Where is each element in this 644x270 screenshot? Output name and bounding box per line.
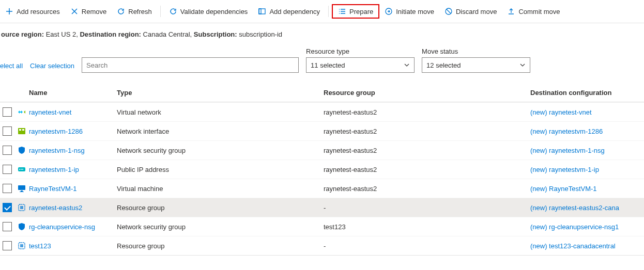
resource-type-icon — [14, 165, 29, 174]
svg-rect-6 — [22, 129, 24, 131]
resource-type-icon — [14, 241, 29, 250]
resource-type-value: Resource group — [117, 204, 324, 212]
arrow-right-circle-icon — [385, 7, 393, 15]
initiate-label: Initiate move — [396, 8, 434, 15]
destination-link[interactable]: (new) raynetestvm-1-ip — [530, 166, 644, 173]
resource-name-link[interactable]: raynetestvm-1-ip — [29, 166, 117, 173]
resource-type-value: Public IP address — [117, 166, 324, 173]
svg-rect-15 — [20, 206, 23, 209]
resource-type-value: Virtual network — [117, 108, 324, 116]
svg-rect-0 — [259, 9, 265, 14]
destination-link[interactable]: (new) RayneTestVM-1 — [530, 185, 644, 193]
svg-point-10 — [22, 169, 23, 170]
discard-move-button[interactable]: Discard move — [439, 5, 502, 18]
resource-name-link[interactable]: test123 — [29, 242, 117, 250]
resource-group-value: raynetest-eastus2 — [324, 166, 530, 173]
table-row[interactable]: raynetest-vnetVirtual networkraynetest-e… — [0, 102, 644, 121]
table-row[interactable]: rg-cleanupservice-nsgNetwork security gr… — [0, 217, 644, 236]
resource-name-link[interactable]: raynetest-vnet — [29, 108, 117, 116]
x-icon — [70, 7, 79, 15]
row-checkbox[interactable] — [3, 222, 12, 231]
table-row[interactable]: test123Resource group-(new) test123-cana… — [0, 236, 644, 255]
refresh-button[interactable]: Refresh — [112, 5, 157, 18]
chevron-down-icon — [404, 62, 410, 68]
row-checkbox[interactable] — [3, 184, 12, 193]
add-resources-button[interactable]: Add resources — [0, 5, 65, 18]
remove-label: Remove — [82, 8, 106, 15]
commit-move-button[interactable]: Commit move — [502, 5, 565, 18]
row-checkbox[interactable] — [3, 165, 12, 174]
resource-name-link[interactable]: rg-cleanupservice-nsg — [29, 223, 117, 231]
table-row[interactable]: raynetestvm-1286Network interfaceraynete… — [0, 121, 644, 140]
resource-type-value: Virtual machine — [117, 185, 324, 193]
resource-type-icon — [14, 184, 29, 193]
col-type[interactable]: Type — [117, 89, 324, 97]
source-region-label: ource region: — [1, 30, 44, 38]
region-info: ource region: East US 2, Destination reg… — [0, 23, 644, 41]
initiate-move-button[interactable]: Initiate move — [379, 5, 439, 18]
table-header: Name Type Resource group Destination con… — [0, 83, 644, 102]
resource-group-value: raynetest-eastus2 — [324, 108, 530, 116]
resource-group-value: raynetest-eastus2 — [324, 147, 530, 154]
destination-link[interactable]: (new) test123-canadacentral — [530, 242, 644, 250]
destination-link[interactable]: (new) raynetest-vnet — [530, 108, 644, 116]
add-resources-label: Add resources — [17, 8, 60, 15]
row-checkbox[interactable] — [3, 203, 12, 212]
svg-point-9 — [21, 169, 22, 170]
resource-type-value: Network security group — [117, 147, 324, 154]
col-name[interactable]: Name — [29, 89, 117, 97]
col-destination[interactable]: Destination configuration — [530, 89, 644, 97]
clear-selection-link[interactable]: Clear selection — [30, 62, 74, 73]
list-icon — [338, 7, 346, 15]
row-checkbox[interactable] — [3, 241, 12, 250]
resource-type-icon — [14, 146, 29, 155]
commit-label: Commit move — [518, 8, 560, 15]
resource-name-link[interactable]: RayneTestVM-1 — [29, 185, 117, 193]
resource-name-link[interactable]: raynetestvm-1286 — [29, 128, 117, 135]
move-status-dropdown[interactable]: 12 selected — [422, 57, 530, 73]
row-checkbox[interactable] — [3, 126, 12, 136]
destination-link[interactable]: (new) raynetestvm-1-nsg — [530, 147, 644, 154]
discard-label: Discard move — [456, 8, 497, 15]
resource-group-value: - — [324, 242, 530, 250]
prepare-button[interactable]: Prepare — [332, 4, 379, 19]
col-resource-group[interactable]: Resource group — [324, 89, 530, 97]
table-row[interactable]: raynetestvm-1-ipPublic IP addressraynete… — [0, 160, 644, 179]
resource-name-link[interactable]: raynetestvm-1-nsg — [29, 147, 117, 154]
resource-type-label: Resource type — [306, 47, 415, 55]
validate-label: Validate dependencies — [180, 8, 248, 15]
resource-name-link[interactable]: raynetest-eastus2 — [29, 204, 117, 212]
select-all-link[interactable]: elect all — [0, 62, 23, 73]
refresh-icon — [117, 7, 125, 15]
separator — [328, 6, 329, 17]
resource-type-value: Network interface — [117, 128, 324, 135]
search-input[interactable] — [82, 57, 299, 73]
resource-group-value: - — [324, 204, 530, 212]
svg-point-8 — [19, 169, 20, 170]
row-checkbox[interactable] — [3, 107, 12, 117]
destination-link[interactable]: (new) rg-cleanupservice-nsg1 — [530, 223, 644, 231]
filter-row: elect all Clear selection Resource type … — [0, 41, 644, 76]
resource-type-value: 11 selected — [311, 61, 345, 69]
table-row[interactable]: raynetestvm-1-nsgNetwork security groupr… — [0, 140, 644, 160]
destination-region-value: Canada Central, — [143, 30, 192, 38]
resource-type-icon — [14, 203, 29, 212]
validate-button[interactable]: Validate dependencies — [164, 5, 253, 18]
resource-type-value: Network security group — [117, 223, 324, 231]
resource-type-value: Resource group — [117, 242, 324, 250]
remove-button[interactable]: Remove — [65, 5, 112, 18]
prepare-label: Prepare — [349, 8, 373, 15]
refresh-label: Refresh — [128, 8, 152, 15]
resource-group-value: raynetest-eastus2 — [324, 128, 530, 135]
destination-link[interactable]: (new) raynetest-eastus2-cana — [530, 204, 644, 212]
table-row[interactable]: RayneTestVM-1Virtual machineraynetest-ea… — [0, 179, 644, 198]
chevron-down-icon — [519, 62, 526, 68]
destination-link[interactable]: (new) raynetestvm-1286 — [530, 128, 644, 135]
move-status-label: Move status — [422, 47, 530, 55]
source-region-value: East US 2, — [46, 30, 78, 38]
subscription-value: subscription-id — [239, 30, 282, 38]
table-row[interactable]: raynetest-eastus2Resource group-(new) ra… — [0, 198, 644, 217]
add-dependency-button[interactable]: Add dependency — [253, 5, 325, 18]
row-checkbox[interactable] — [3, 146, 12, 155]
resource-type-dropdown[interactable]: 11 selected — [306, 57, 415, 73]
